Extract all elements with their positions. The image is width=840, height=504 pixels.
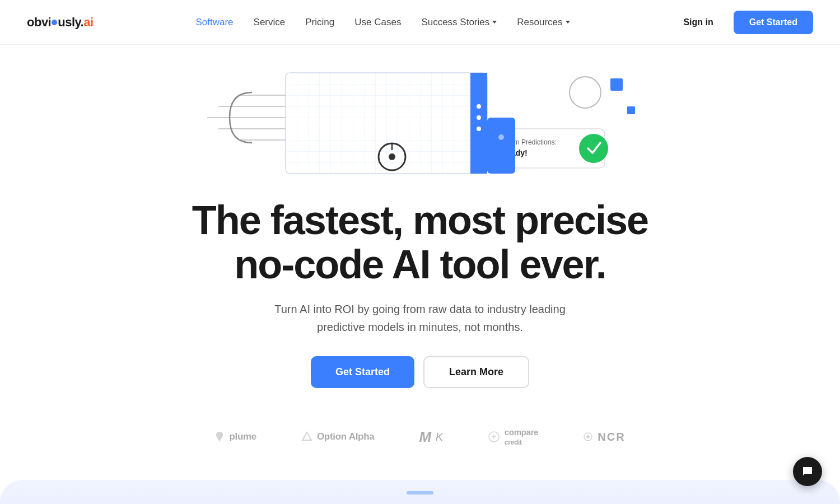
- learn-more-button[interactable]: Learn More: [423, 356, 529, 388]
- get-started-nav-button[interactable]: Get Started: [734, 11, 813, 34]
- nav-link-use-cases[interactable]: Use Cases: [354, 17, 401, 27]
- nav-dropdown-resources-label: Resources: [517, 17, 562, 28]
- logo-ai: ai: [83, 15, 93, 30]
- nav-item-pricing[interactable]: Pricing: [305, 17, 334, 28]
- partner-logo-option-alpha: Option Alpha: [301, 431, 374, 442]
- cta-group: Get Started Learn More: [311, 356, 529, 388]
- svg-rect-13: [610, 78, 623, 91]
- chat-button[interactable]: [793, 457, 822, 486]
- logo-dot-o: [52, 20, 57, 25]
- nav-dropdown-success-label: Success Stories: [421, 17, 489, 28]
- nav-links: Software Service Pricing Use Cases Succe…: [195, 17, 570, 28]
- nav-link-software[interactable]: Software: [195, 17, 233, 27]
- hero-title-line1: The fastest, most precise: [192, 198, 648, 242]
- svg-point-3: [477, 104, 481, 109]
- nav-item-resources[interactable]: Resources: [517, 17, 570, 28]
- logo-text: obvi: [27, 15, 51, 30]
- nav-link-pricing[interactable]: Pricing: [305, 17, 334, 27]
- nav-actions: Sign in Get Started: [672, 11, 813, 34]
- svg-point-17: [498, 134, 504, 140]
- plume-label: plume: [229, 431, 256, 442]
- compare-credit-icon: [488, 431, 500, 443]
- svg-point-4: [477, 115, 481, 120]
- nav-link-service[interactable]: Service: [254, 17, 286, 27]
- hero-title: The fastest, most precise no-code AI too…: [192, 198, 648, 287]
- ncr-icon: [583, 432, 593, 442]
- nav-item-software[interactable]: Software: [195, 17, 233, 28]
- hero-title-line2: no-code AI tool ever.: [234, 242, 605, 287]
- logo[interactable]: obvi usly. ai: [27, 15, 94, 30]
- svg-rect-2: [470, 73, 487, 174]
- partner-logos: plume Option Alpha M K comparecredit: [27, 422, 813, 458]
- hero-subtitle: Turn AI into ROI by going from raw data …: [252, 300, 588, 336]
- nav-item-service[interactable]: Service: [254, 17, 286, 28]
- nav-item-success-stories[interactable]: Success Stories: [421, 17, 497, 28]
- partner-logo-mk: M K: [419, 428, 442, 446]
- ncr-label: NCR: [598, 431, 625, 444]
- signin-button[interactable]: Sign in: [672, 13, 724, 32]
- nav-item-use-cases[interactable]: Use Cases: [354, 17, 401, 28]
- bottom-section: [0, 480, 840, 504]
- partner-logo-compare-credit: comparecredit: [488, 427, 538, 446]
- svg-rect-1: [286, 73, 487, 174]
- navbar: obvi usly. ai Software Service Pricing U…: [0, 0, 840, 45]
- hero-section: Churn Predictions: Ready! The fastest, m…: [0, 45, 840, 480]
- get-started-hero-button[interactable]: Get Started: [311, 356, 414, 388]
- logo-text-2: usly.: [58, 15, 83, 30]
- svg-marker-18: [302, 432, 311, 440]
- svg-point-23: [586, 435, 590, 438]
- plume-icon: [214, 431, 225, 443]
- partner-logo-ncr: NCR: [583, 431, 625, 444]
- mk-label-k: K: [436, 431, 443, 444]
- svg-rect-16: [487, 118, 515, 174]
- nav-dropdown-success[interactable]: Success Stories: [421, 17, 497, 28]
- bottom-section-decoration: [407, 491, 433, 494]
- hero-illustration: Churn Predictions: Ready!: [196, 62, 644, 185]
- illustration-svg: Churn Predictions: Ready!: [196, 62, 644, 185]
- svg-point-7: [389, 153, 395, 160]
- compare-credit-label: comparecredit: [505, 427, 538, 446]
- partner-logo-plume: plume: [214, 431, 256, 443]
- svg-point-5: [477, 127, 481, 131]
- option-alpha-label: Option Alpha: [317, 431, 374, 442]
- option-alpha-icon: [301, 431, 312, 442]
- chat-icon: [801, 465, 814, 478]
- mk-label: M: [419, 428, 431, 446]
- chevron-down-icon-2: [566, 21, 570, 24]
- nav-dropdown-resources[interactable]: Resources: [517, 17, 570, 28]
- svg-point-12: [579, 134, 608, 163]
- svg-rect-14: [627, 106, 635, 114]
- svg-point-15: [570, 77, 601, 108]
- chevron-down-icon: [492, 21, 497, 24]
